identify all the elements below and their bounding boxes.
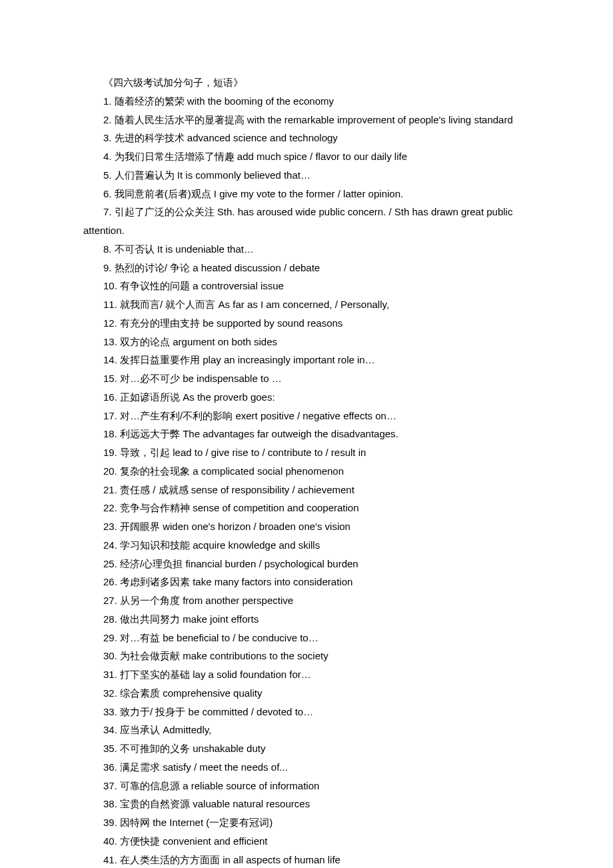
item-english: financial burden / psychological burden [185,558,358,569]
item-number: 31. [103,669,117,680]
item-english: make joint efforts [183,613,259,625]
item-english: advanced science and technology [187,132,338,143]
item-english: from another perspective [183,595,293,606]
item-english: As far as I am concerned, / Personally, [219,299,390,310]
item-number: 32. [103,687,117,699]
item-number: 20. [103,465,117,477]
item-chinese: 随着人民生活水平的显著提高 [115,114,245,125]
item-number: 14. [103,354,117,365]
item-english: exert positive / negative effects on… [235,410,396,421]
item-chinese: 为我们日常生活增添了情趣 [115,151,235,162]
item-number: 4. [103,151,112,162]
item-chinese: 竞争与合作精神 [120,502,190,513]
list-item: 6. 我同意前者(后者)观点 I give my vote to the for… [83,185,530,203]
list-item: 17. 对…产生有利/不利的影响 exert positive / negati… [83,407,530,425]
item-chinese: 应当承认 [120,724,160,735]
item-number: 15. [103,373,117,384]
list-item: 35. 不可推卸的义务 unshakable duty [83,739,530,758]
item-chinese: 从另一个角度 [120,595,180,606]
document-title: 《四六级考试加分句子，短语》 [83,73,530,92]
item-number: 17. [103,410,117,421]
item-english: a controversial issue [193,280,284,291]
item-number: 5. [103,169,112,181]
item-english: be committed / devoted to… [189,706,314,717]
item-number: 28. [103,613,117,625]
item-number: 34. [103,724,117,735]
item-number: 35. [103,743,117,754]
item-list: 1. 随着经济的繁荣 with the booming of the econo… [83,92,530,868]
list-item: 19. 导致，引起 lead to / give rise to / contr… [83,443,530,462]
item-number: 38. [103,798,117,809]
item-chinese: 热烈的讨论/ 争论 [115,262,190,273]
list-item: 38. 宝贵的自然资源 valuable natural resources [83,795,530,813]
item-english: The advantages far outweigh the disadvan… [183,428,398,439]
item-english: valuable natural resources [193,798,310,809]
item-english: acquire knowledge and skills [193,539,320,551]
item-number: 26. [103,576,117,587]
item-english: lay a solid foundation for… [193,669,311,680]
item-english: convenient and efficient [163,835,267,847]
item-chinese: 复杂的社会现象 [120,465,190,477]
item-number: 30. [103,650,117,661]
item-chinese: 人们普遍认为 [115,169,175,181]
item-english: with the booming of the economy [187,95,334,107]
item-english: with the remarkable improvement of peopl… [247,114,513,125]
list-item: 13. 双方的论点 argument on both sides [83,333,530,351]
list-item: 3. 先进的科学技术 advanced science and technolo… [83,129,530,147]
item-number: 41. [103,854,117,865]
item-number: 40. [103,835,117,847]
item-english: take many factors into consideration [193,576,352,587]
item-english: sense of competition and cooperation [193,502,358,513]
item-chinese: 随着经济的繁荣 [115,95,185,107]
list-item: 21. 责任感 / 成就感 sense of responsibility / … [83,481,530,499]
item-chinese: 经济/心理负担 [120,558,183,569]
list-item: 22. 竞争与合作精神 sense of competition and coo… [83,499,530,517]
item-number: 39. [103,817,117,828]
item-chinese: 为社会做贡献 [120,650,180,661]
item-number: 37. [103,780,117,791]
item-english: sense of responsibility / achievement [191,484,354,495]
list-item: 40. 方便快捷 convenient and efficient [83,832,530,851]
item-english: be beneficial to / be conducive to… [163,632,318,643]
list-item: 23. 开阔眼界 widen one's horizon / broaden o… [83,517,530,536]
item-chinese: 双方的论点 [120,336,170,347]
item-chinese: 开阔眼界 [120,521,160,532]
list-item: 30. 为社会做贡献 make contributions to the soc… [83,647,530,665]
item-chinese: 满足需求 [120,761,160,773]
item-number: 21. [103,484,117,495]
document-page: 《四六级考试加分句子，短语》 1. 随着经济的繁荣 with the boomi… [0,0,613,868]
item-number: 9. [103,262,112,273]
list-item: 11. 就我而言/ 就个人而言 As far as I am concerned… [83,295,530,314]
item-chinese: 对…产生有利/不利的影响 [120,410,233,421]
list-item: 39. 因特网 the Internet (一定要有冠词) [83,813,530,832]
item-number: 16. [103,391,117,403]
list-item: 31. 打下坚实的基础 lay a solid foundation for… [83,665,530,684]
item-chinese: 因特网 [120,817,150,828]
item-chinese: 考虑到诸多因素 [120,576,190,587]
item-chinese: 综合素质 [120,687,160,699]
item-number: 23. [103,521,117,532]
item-number: 13. [103,336,117,347]
item-chinese: 打下坚实的基础 [120,669,190,680]
item-number: 6. [103,188,112,199]
item-number: 36. [103,761,117,773]
item-english: make contributions to the society [183,650,328,661]
item-chinese: 引起了广泛的公众关注 [115,206,215,217]
item-chinese: 在人类生活的方方面面 [120,854,220,865]
item-chinese: 有争议性的问题 [120,280,190,291]
list-item: 33. 致力于/ 投身于 be committed / devoted to… [83,703,530,721]
item-chinese: 导致，引起 [120,447,170,458]
list-item: 7. 引起了广泛的公众关注 Sth. has aroused wide publ… [83,203,530,240]
item-english: a reliable source of information [183,780,319,791]
item-number: 18. [103,428,117,439]
item-english: the Internet (一定要有冠词) [153,817,273,828]
list-item: 1. 随着经济的繁荣 with the booming of the econo… [83,92,530,111]
item-english: Admittedly, [163,724,211,735]
item-number: 10. [103,280,117,291]
item-number: 1. [103,95,112,107]
list-item: 36. 满足需求 satisfy / meet the needs of... [83,758,530,777]
list-item: 12. 有充分的理由支持 be supported by sound reaso… [83,314,530,333]
item-number: 7. [103,206,112,217]
list-item: 14. 发挥日益重要作用 play an increasingly import… [83,351,530,369]
item-chinese: 先进的科学技术 [115,132,185,143]
